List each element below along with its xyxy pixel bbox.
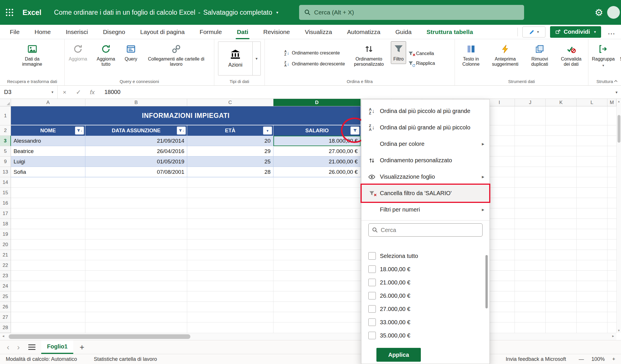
row-header-24[interactable]: 24 (0, 281, 11, 291)
menu-scroll-thumb[interactable] (485, 255, 488, 308)
ribbon-tab-dati[interactable]: Dati (229, 25, 256, 39)
avatar[interactable] (607, 6, 620, 19)
ribbon-tab-revisione[interactable]: Revisione (256, 25, 297, 39)
column-header-J[interactable]: J (515, 99, 546, 106)
ribbon-tab-home[interactable]: Home (27, 25, 58, 39)
feedback-link[interactable]: Invia feedback a Microsoft (506, 356, 566, 362)
vertical-scroll-thumb[interactable] (618, 115, 620, 143)
save-status[interactable]: Salvataggio completato (203, 9, 272, 16)
cell-B9[interactable]: 01/05/2019 (85, 156, 187, 167)
more-options-button[interactable]: … (606, 27, 617, 36)
column-header-M[interactable]: M (607, 99, 616, 106)
zoom-in-button[interactable]: + (612, 356, 615, 362)
header-cell-eta[interactable]: ETÀ ▾ (187, 125, 273, 136)
app-launcher-button[interactable] (0, 0, 19, 25)
custom-sort-button[interactable]: Ordinamento personalizzato (347, 42, 391, 69)
row-header-21[interactable]: 21 (0, 250, 11, 260)
menu-search-box[interactable] (368, 223, 483, 237)
cell-C3[interactable]: 20 (187, 136, 273, 146)
row-header-3[interactable]: 3 (0, 136, 11, 146)
row-header-22[interactable]: 22 (0, 260, 11, 271)
expand-formula-bar-icon[interactable]: ▾ (616, 90, 618, 95)
ribbon-tab-file[interactable]: File (2, 25, 27, 39)
checkbox-icon[interactable] (368, 292, 376, 299)
row-header-28[interactable]: 28 (0, 322, 11, 333)
settings-gear-icon[interactable]: ⚙ (594, 0, 603, 25)
ribbon-tab-struttura-tabella[interactable]: Struttura tabella (419, 25, 481, 39)
row-header-2[interactable]: 2 (0, 125, 11, 136)
cell-B3[interactable]: 21/09/2014 (85, 136, 187, 146)
row-header-23[interactable]: 23 (0, 271, 11, 281)
cell-C13[interactable]: 28 (187, 167, 273, 177)
workbook-links-button[interactable]: Collegamenti alle cartelle di lavoro (140, 42, 212, 69)
column-header-D[interactable]: D (273, 99, 361, 106)
flash-fill-button[interactable]: Anteprima suggerimenti (487, 42, 524, 69)
ungroup-button[interactable]: Separa (618, 42, 621, 64)
cell-D13[interactable]: 26.000,00 € (273, 167, 361, 177)
cancel-entry-icon[interactable]: × (58, 89, 72, 96)
sheet-list-icon[interactable] (28, 344, 35, 350)
pen-mode-button[interactable]: ▾ (522, 27, 545, 37)
ribbon-tab-inserisci[interactable]: Inserisci (58, 25, 95, 39)
filter-option-0[interactable]: Seleziona tutto (368, 249, 485, 263)
azioni-dropdown-arrow[interactable]: ▾ (252, 42, 260, 75)
row-header-27[interactable]: 27 (0, 312, 11, 322)
menu-item-number-filters[interactable]: Filtri per numeri ▸ (361, 201, 489, 218)
zoom-level[interactable]: 100% (591, 356, 605, 362)
ribbon-tab-automatizza[interactable]: Automatizza (339, 25, 388, 39)
azioni-dropdown[interactable]: Azioni ▾ (218, 42, 261, 76)
chevron-down-icon[interactable]: ▾ (276, 10, 278, 15)
nome-sort-filter-button[interactable]: ↓ (75, 127, 84, 134)
menu-item-sort-by-color[interactable]: Ordina per colore ▸ (361, 136, 489, 152)
reapply-filter-button[interactable]: Riapplica (406, 60, 437, 67)
calc-mode-status[interactable]: Modalità di calcolo: Automatico (6, 356, 77, 362)
row-header-15[interactable]: 15 (0, 188, 11, 198)
menu-item-custom-sort[interactable]: Ordinamento personalizzato (361, 152, 489, 169)
filter-option-5[interactable]: 33.000,00 € (368, 316, 485, 329)
sheet-nav-prev-icon[interactable]: ‹ (4, 343, 12, 351)
scroll-right-icon[interactable]: ▸ (612, 334, 614, 338)
zoom-out-button[interactable]: — (579, 356, 584, 362)
group-button[interactable]: Raggruppa ▾ (590, 42, 617, 70)
header-cell-salario[interactable]: SALARIO (273, 125, 361, 136)
checkbox-icon[interactable] (368, 265, 376, 273)
filter-option-2[interactable]: 21.000,00 € (368, 276, 485, 289)
text-to-columns-button[interactable]: Testo in Colonne (456, 42, 486, 69)
checkbox-icon[interactable] (368, 279, 376, 286)
cell-C5[interactable]: 29 (187, 146, 273, 156)
row-header-9[interactable]: 9 (0, 156, 11, 167)
filter-option-1[interactable]: 18.000,00 € (368, 263, 485, 276)
filter-button[interactable]: Filtro (391, 42, 406, 64)
row-header-17[interactable]: 17 (0, 208, 11, 219)
cell-D5[interactable]: 27.000,00 € (273, 146, 361, 156)
menu-item-sort-descending[interactable]: ZA↓ Ordina dal più grande al più piccolo (361, 119, 489, 136)
cell-A5[interactable]: Beatrice (11, 146, 85, 156)
filter-option-6[interactable]: 35.000,00 € (368, 329, 485, 342)
ribbon-tab-visualizza[interactable]: Visualizza (297, 25, 339, 39)
checkbox-icon[interactable] (368, 305, 376, 313)
add-sheet-button[interactable]: + (80, 343, 84, 351)
row-header-26[interactable]: 26 (0, 302, 11, 312)
column-header-B[interactable]: B (85, 99, 187, 106)
row-header-18[interactable]: 18 (0, 219, 11, 229)
checkbox-icon[interactable] (368, 332, 376, 339)
header-cell-nome[interactable]: NOME ↓ (11, 125, 85, 136)
data-assunzione-filter-button[interactable]: ↓ (177, 127, 185, 134)
ribbon-tab-layout-di-pagina[interactable]: Layout di pagina (133, 25, 192, 39)
collapse-ribbon-icon[interactable] (614, 79, 618, 84)
data-from-image-button[interactable]: Dati da immagine (12, 42, 52, 69)
menu-item-sheet-view[interactable]: Visualizzazione foglio ▸ (361, 169, 489, 185)
salario-filter-button[interactable] (351, 127, 359, 134)
scroll-down-icon[interactable]: ▾ (617, 329, 621, 332)
remove-duplicates-button[interactable]: Rimuovi duplicati (525, 42, 555, 69)
row-header-16[interactable]: 16 (0, 198, 11, 208)
refresh-all-button[interactable]: Aggiorna tutto (90, 42, 122, 69)
row-header-20[interactable]: 20 (0, 239, 11, 250)
cell-A13[interactable]: Sofia (11, 167, 85, 177)
clear-filter-button[interactable]: × Cancella (406, 50, 437, 57)
checkbox-icon[interactable] (368, 252, 376, 260)
header-cell-data-assunzione[interactable]: DATA ASSUNZIONE ↓ (85, 125, 187, 136)
scroll-left-icon[interactable]: ◂ (2, 334, 4, 338)
insert-function-icon[interactable]: fx (85, 89, 99, 96)
app-name[interactable]: Excel (22, 8, 41, 17)
